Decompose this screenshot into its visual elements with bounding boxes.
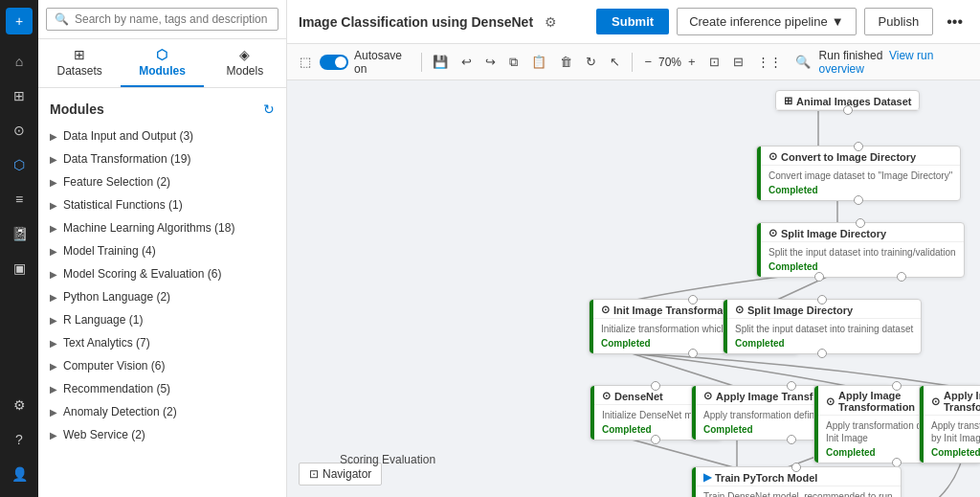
module-group-scoring[interactable]: ▶ Model Scoring & Evaluation (6)	[38, 262, 286, 285]
canvas-area[interactable]: ⊞ Animal Images Dataset ⊙ Convert to Ima…	[287, 80, 980, 497]
module-group-feature-selection[interactable]: ▶ Feature Selection (2)	[38, 170, 286, 193]
status-bar	[590, 300, 593, 353]
port-top	[651, 381, 660, 391]
zoom-fit-button[interactable]: ⊡	[704, 52, 724, 72]
node-split-image-dir2[interactable]: ⊙ Split Image Directory Split the input …	[723, 299, 922, 354]
paste-button[interactable]: 📋	[526, 52, 551, 72]
module-group-text-analytics[interactable]: ▶ Text Analytics (7)	[38, 331, 286, 354]
modules-list: Modules ↻ ▶ Data Input and Output (3) ▶ …	[38, 88, 286, 497]
datasets-tab-icon: ⊞	[42, 47, 117, 62]
user-icon[interactable]: 👤	[4, 459, 34, 489]
port-top	[688, 295, 698, 305]
port-top	[817, 295, 827, 305]
search-input[interactable]	[75, 12, 270, 26]
toolbar-divider-2	[632, 53, 633, 72]
tab-models[interactable]: ◈ Models	[204, 39, 286, 87]
zoom-out-button[interactable]: −	[639, 52, 657, 72]
tab-modules[interactable]: ⬡ Modules	[121, 39, 203, 87]
module-group-data-input[interactable]: ▶ Data Input and Output (3)	[38, 124, 286, 147]
node-apply-transform3[interactable]: ⊙ Apply Image Transformation Apply trans…	[919, 385, 980, 463]
create-inference-button[interactable]: Create inference pipeline ▼	[677, 8, 856, 35]
module-group-web-service[interactable]: ▶ Web Service (2)	[38, 423, 286, 446]
port-bottom	[688, 349, 698, 358]
chevron-icon: ▶	[50, 200, 57, 211]
module-group-data-transform[interactable]: ▶ Data Transformation (19)	[38, 147, 286, 170]
publish-button[interactable]: Publish	[864, 8, 934, 35]
settings-gear-icon[interactable]: ⚙	[545, 14, 557, 30]
port-bottom	[651, 435, 660, 444]
svg-line-4	[632, 440, 737, 468]
module-group-ml-algorithms[interactable]: ▶ Machine Learning Algorithms (18)	[38, 216, 286, 239]
home-icon[interactable]: ⌂	[4, 46, 34, 77]
help-icon[interactable]: ?	[4, 424, 34, 455]
dropdown-chevron-icon: ▼	[832, 14, 844, 29]
refresh-button[interactable]: ↻	[581, 52, 601, 72]
port-top	[787, 381, 796, 391]
chevron-icon: ▶	[50, 131, 57, 142]
notebook-icon[interactable]: 📓	[4, 218, 34, 249]
modules-tab-icon: ⬡	[124, 47, 199, 62]
data-icon[interactable]: ≡	[4, 184, 34, 215]
node-body: Split the input dataset into training/va…	[757, 242, 964, 277]
copy-button[interactable]: ⧉	[504, 52, 523, 73]
status-bar	[724, 300, 727, 353]
module-icon: ⊙	[768, 150, 777, 163]
module-group-r-language[interactable]: ▶ R Language (1)	[38, 308, 286, 331]
chevron-icon: ▶	[50, 338, 57, 349]
module-icon: ▶	[703, 471, 711, 484]
settings-icon[interactable]: ⚙	[4, 390, 34, 420]
node-body: Apply transformation defined by Init Ima…	[920, 416, 980, 463]
undo-button[interactable]: ↩	[457, 52, 477, 72]
autosave-toggle[interactable]: Autosave on	[320, 49, 414, 76]
pipeline-icon[interactable]: ⬡	[4, 149, 34, 180]
cursor-tool-button[interactable]: ⬚	[295, 52, 316, 72]
node-split-image-dir[interactable]: ⊙ Split Image Directory Split the input …	[756, 222, 965, 278]
grid-icon[interactable]: ⊞	[4, 80, 34, 111]
module-icon: ⊙	[602, 390, 611, 402]
module-group-computer-vision[interactable]: ▶ Computer Vision (6)	[38, 354, 286, 377]
zoom-control[interactable]: − 70% +	[639, 52, 700, 72]
chevron-icon: ▶	[50, 315, 57, 326]
module-group-recommendation[interactable]: ▶ Recommendation (5)	[38, 377, 286, 400]
module-icon: ⊙	[931, 395, 940, 408]
node-title: Train PyTorch Model	[715, 472, 817, 484]
grid-toggle-button[interactable]: ⋮⋮	[752, 52, 787, 72]
port-bottom	[787, 435, 796, 444]
node-status: Completed	[735, 337, 913, 350]
chevron-icon: ▶	[50, 384, 57, 395]
tab-datasets[interactable]: ⊞ Datasets	[38, 39, 121, 87]
module-group-python[interactable]: ▶ Python Language (2)	[38, 285, 286, 308]
module-group-anomaly[interactable]: ▶ Anomaly Detection (2)	[38, 400, 286, 423]
recent-icon[interactable]: ⊙	[4, 115, 34, 146]
dataset-icon: ⊞	[784, 95, 792, 107]
module-group-statistical[interactable]: ▶ Statistical Functions (1)	[38, 193, 286, 216]
node-convert-image[interactable]: ⊙ Convert to Image Directory Convert ima…	[756, 146, 961, 201]
run-status: Run finished View run overview	[819, 49, 972, 76]
scoring-evaluation-label: Scoring Evaluation	[340, 453, 435, 466]
main-area: Image Classification using DenseNet ⚙ Su…	[287, 0, 980, 497]
node-title: Split Image Directory	[781, 228, 886, 239]
compute-icon[interactable]: ▣	[4, 253, 34, 283]
refresh-icon[interactable]: ↻	[263, 102, 275, 117]
submit-button[interactable]: Submit	[596, 9, 669, 34]
delete-button[interactable]: 🗑	[555, 52, 577, 72]
more-options-button[interactable]: •••	[941, 10, 969, 34]
new-button[interactable]: +	[6, 8, 33, 34]
node-title: Animal Images Dataset	[796, 96, 911, 107]
search-box[interactable]: 🔍	[46, 8, 278, 31]
redo-button[interactable]: ↪	[480, 52, 501, 72]
save-button[interactable]: 💾	[428, 52, 453, 72]
layout-button[interactable]: ⊟	[728, 52, 748, 72]
zoom-in-button[interactable]: +	[683, 52, 701, 72]
select-button[interactable]: ↖	[605, 52, 625, 72]
find-button[interactable]: 🔍	[791, 52, 815, 72]
status-bar	[757, 223, 761, 277]
module-group-model-training[interactable]: ▶ Model Training (4)	[38, 239, 286, 262]
node-animal-images[interactable]: ⊞ Animal Images Dataset	[775, 90, 920, 111]
search-section: 🔍	[38, 0, 286, 39]
models-tab-icon: ◈	[208, 47, 282, 62]
node-train-pytorch[interactable]: ▶ Train PyTorch Model Train DenseNet mod…	[691, 466, 902, 497]
chevron-icon: ▶	[50, 154, 57, 165]
node-desc: Apply transformation defined by Init Ima…	[931, 419, 980, 444]
autosave-switch[interactable]	[320, 55, 348, 70]
